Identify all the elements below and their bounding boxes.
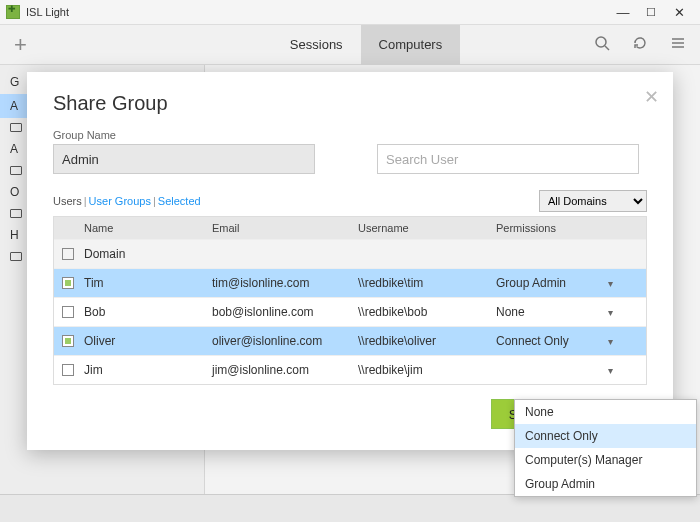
cell-name: Domain: [82, 247, 212, 261]
cell-email: oliver@islonline.com: [212, 334, 358, 348]
add-button[interactable]: +: [14, 32, 27, 58]
cell-email: jim@islonline.com: [212, 363, 358, 377]
search-icon[interactable]: [594, 35, 610, 54]
minimize-button[interactable]: —: [616, 5, 630, 19]
maximize-button[interactable]: ☐: [644, 5, 658, 19]
row-checkbox[interactable]: [62, 248, 74, 260]
dialog-title: Share Group: [53, 92, 647, 115]
row-checkbox[interactable]: [62, 306, 74, 318]
cell-name: Oliver: [82, 334, 212, 348]
close-window-button[interactable]: ✕: [672, 5, 686, 19]
col-permissions: Permissions: [496, 222, 621, 234]
computer-icon: [10, 209, 22, 218]
filter-links: Users|User Groups|Selected: [53, 195, 201, 207]
computer-icon: [10, 252, 22, 261]
dropdown-item[interactable]: Group Admin: [515, 472, 696, 496]
close-icon[interactable]: ✕: [644, 86, 659, 108]
cell-name: Jim: [82, 363, 212, 377]
toolbar: + Sessions Computers: [0, 25, 700, 65]
cell-username: \\redbike\oliver: [358, 334, 496, 348]
tab-computers[interactable]: Computers: [361, 25, 461, 65]
filter-users[interactable]: Users: [53, 195, 82, 207]
row-checkbox[interactable]: [62, 335, 74, 347]
chevron-down-icon[interactable]: ▾: [608, 336, 613, 347]
table-row[interactable]: Oliveroliver@islonline.com\\redbike\oliv…: [54, 326, 646, 355]
share-group-dialog: ✕ Share Group Group Name Users|User Grou…: [27, 72, 673, 450]
row-checkbox[interactable]: [62, 277, 74, 289]
status-bar: [0, 494, 700, 522]
app-icon: [6, 5, 20, 19]
svg-line-1: [605, 46, 609, 50]
cell-permissions: Connect Only▾: [496, 334, 621, 348]
toolbar-right: [594, 35, 686, 54]
cell-name: Tim: [82, 276, 212, 290]
cell-email: tim@islonline.com: [212, 276, 358, 290]
chevron-down-icon[interactable]: ▾: [608, 307, 613, 318]
table-row[interactable]: Jimjim@islonline.com\\redbike\jim▾: [54, 355, 646, 384]
filter-user-groups[interactable]: User Groups: [89, 195, 151, 207]
filter-selected[interactable]: Selected: [158, 195, 201, 207]
tab-sessions[interactable]: Sessions: [272, 25, 361, 65]
cell-username: \\redbike\tim: [358, 276, 496, 290]
domain-select[interactable]: All Domains: [539, 190, 647, 212]
permissions-dropdown: NoneConnect OnlyComputer(s) ManagerGroup…: [514, 399, 697, 497]
computer-icon: [10, 123, 22, 132]
col-username: Username: [358, 222, 496, 234]
window-buttons: — ☐ ✕: [616, 5, 686, 19]
col-name: Name: [82, 222, 212, 234]
app-title: ISL Light: [26, 6, 616, 18]
group-name-label: Group Name: [53, 129, 315, 141]
cell-username: \\redbike\jim: [358, 363, 496, 377]
dropdown-item[interactable]: None: [515, 400, 696, 424]
cell-username: \\redbike\bob: [358, 305, 496, 319]
users-table: Name Email Username Permissions DomainTi…: [53, 216, 647, 385]
table-row[interactable]: Timtim@islonline.com\\redbike\timGroup A…: [54, 268, 646, 297]
cell-permissions: None▾: [496, 305, 621, 319]
cell-permissions: ▾: [496, 365, 621, 376]
svg-point-0: [596, 37, 606, 47]
search-user-input[interactable]: [377, 144, 639, 174]
group-name-input[interactable]: [53, 144, 315, 174]
cell-email: bob@islonline.com: [212, 305, 358, 319]
cell-permissions: Group Admin▾: [496, 276, 621, 290]
col-email: Email: [212, 222, 358, 234]
title-bar: ISL Light — ☐ ✕: [0, 0, 700, 25]
table-header: Name Email Username Permissions: [54, 217, 646, 239]
table-row[interactable]: Domain: [54, 239, 646, 268]
dropdown-item[interactable]: Connect Only: [515, 424, 696, 448]
table-row[interactable]: Bobbob@islonline.com\\redbike\bobNone▾: [54, 297, 646, 326]
chevron-down-icon[interactable]: ▾: [608, 365, 613, 376]
dropdown-item[interactable]: Computer(s) Manager: [515, 448, 696, 472]
menu-icon[interactable]: [670, 35, 686, 54]
refresh-icon[interactable]: [632, 35, 648, 54]
chevron-down-icon[interactable]: ▾: [608, 278, 613, 289]
cell-name: Bob: [82, 305, 212, 319]
row-checkbox[interactable]: [62, 364, 74, 376]
main-tabs: Sessions Computers: [272, 25, 460, 65]
computer-icon: [10, 166, 22, 175]
